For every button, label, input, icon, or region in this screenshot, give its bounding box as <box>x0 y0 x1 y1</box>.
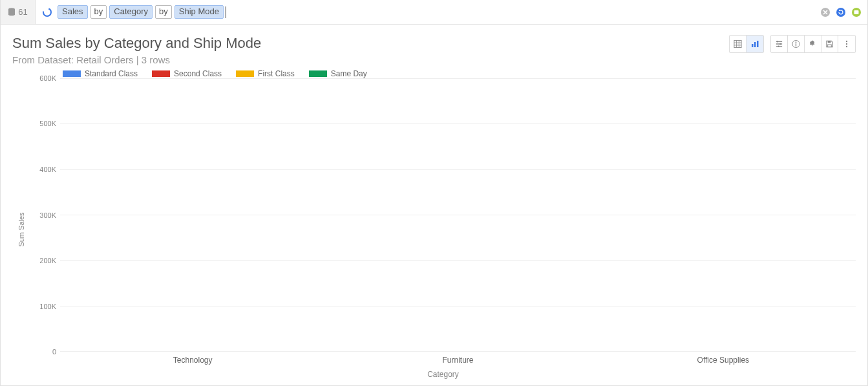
chart-legend: Standard ClassSecond ClassFirst ClassSam… <box>63 69 856 78</box>
grid-line <box>60 215 856 215</box>
x-tick: Office Supplies <box>591 356 856 365</box>
table-icon <box>734 39 742 48</box>
y-tick: 200K <box>39 257 56 264</box>
legend-item[interactable]: Second Class <box>152 69 222 78</box>
chart-toolbar <box>729 35 856 53</box>
legend-swatch <box>309 70 327 77</box>
y-axis-label-wrap: Sum Sales <box>12 78 30 380</box>
y-tick: 500K <box>39 120 56 127</box>
legend-swatch <box>236 70 254 77</box>
svg-rect-5 <box>854 10 859 14</box>
query-tokens: SalesbyCategorybyShip Mode <box>58 5 224 19</box>
query-token[interactable]: Sales <box>58 5 88 19</box>
grid-line <box>60 123 856 124</box>
legend-label: First Class <box>258 69 295 78</box>
x-tick: Technology <box>60 356 325 365</box>
y-axis-label: Sum Sales <box>17 212 25 246</box>
y-tick: 400K <box>39 166 56 173</box>
legend-label: Same Day <box>331 69 367 78</box>
query-token[interactable]: by <box>90 5 107 19</box>
database-icon <box>8 8 16 17</box>
bar-chart-icon <box>750 39 759 48</box>
svg-rect-9 <box>757 41 759 47</box>
svg-point-18 <box>846 41 847 42</box>
svg-rect-16 <box>828 41 831 43</box>
svg-point-11 <box>779 43 781 45</box>
search-spinner-icon <box>41 6 54 19</box>
app-root: 61 SalesbyCategorybyShip Mode <box>0 0 868 386</box>
query-token[interactable]: Ship Mode <box>175 5 224 19</box>
grid-line <box>60 78 856 79</box>
legend-item[interactable]: Same Day <box>309 69 367 78</box>
tool-group <box>770 35 856 53</box>
legend-label: Second Class <box>174 69 222 78</box>
view-mode-group <box>729 35 764 53</box>
chart-subtitle: From Dataset: Retail Orders | 3 rows <box>12 54 261 65</box>
pin-button[interactable] <box>805 36 821 52</box>
svg-rect-15 <box>796 43 796 47</box>
query-actions <box>814 6 867 18</box>
grid-line <box>60 169 856 170</box>
table-view-button[interactable] <box>730 36 746 52</box>
x-axis-ticks: TechnologyFurnitureOffice Supplies <box>60 352 856 365</box>
svg-point-14 <box>796 41 797 43</box>
y-tick: 300K <box>39 211 56 219</box>
more-vertical-icon <box>842 39 851 48</box>
text-caret <box>226 6 226 18</box>
panel-header: Sum Sales by Category and Ship Mode From… <box>12 35 856 65</box>
query-token[interactable]: Category <box>109 5 153 19</box>
plot-column: 0100K200K300K400K500K600K TechnologyFurn… <box>30 78 856 380</box>
dataset-count: 61 <box>18 7 27 17</box>
grid-line <box>60 306 856 306</box>
svg-point-1 <box>43 8 51 16</box>
svg-point-19 <box>846 43 847 45</box>
title-block: Sum Sales by Category and Ship Mode From… <box>12 35 261 65</box>
y-tick: 0 <box>52 348 56 356</box>
svg-rect-6 <box>734 40 741 47</box>
legend-swatch <box>63 70 81 77</box>
y-tick: 100K <box>39 303 56 310</box>
more-button[interactable] <box>838 36 855 52</box>
run-button[interactable] <box>851 6 862 18</box>
pin-icon <box>809 39 817 48</box>
clear-query-button[interactable] <box>820 6 831 18</box>
svg-point-12 <box>778 46 779 47</box>
query-token[interactable]: by <box>155 5 172 19</box>
svg-point-10 <box>777 41 778 42</box>
legend-swatch <box>152 70 170 77</box>
legend-label: Standard Class <box>85 69 138 78</box>
plot-row: 0100K200K300K400K500K600K <box>30 78 856 352</box>
chart-area: Sum Sales 0100K200K300K400K500K600K Tech… <box>12 78 856 380</box>
svg-rect-7 <box>752 44 754 47</box>
result-panel: Sum Sales by Category and Ship Mode From… <box>1 25 867 385</box>
y-axis-ticks: 0100K200K300K400K500K600K <box>30 78 60 352</box>
refresh-button[interactable] <box>835 6 847 18</box>
settings-button[interactable] <box>771 36 788 52</box>
dataset-count-badge[interactable]: 61 <box>1 0 36 24</box>
legend-item[interactable]: First Class <box>236 69 295 78</box>
x-tick: Furniture <box>325 356 590 365</box>
info-button[interactable] <box>788 36 805 52</box>
chart-view-button[interactable] <box>746 36 763 52</box>
save-icon <box>825 39 834 48</box>
plot-area[interactable] <box>60 78 856 352</box>
legend-item[interactable]: Standard Class <box>63 69 138 78</box>
query-bar: 61 SalesbyCategorybyShip Mode <box>1 0 867 25</box>
save-button[interactable] <box>821 36 838 52</box>
x-axis-label: Category <box>30 370 856 379</box>
grid-line <box>60 260 856 261</box>
chart-title: Sum Sales by Category and Ship Mode <box>12 35 261 52</box>
svg-point-20 <box>846 46 847 47</box>
grid-line <box>60 351 856 352</box>
list-settings-icon <box>775 39 783 48</box>
y-tick: 600K <box>39 74 56 82</box>
query-input[interactable]: SalesbyCategorybyShip Mode <box>36 0 814 24</box>
svg-rect-8 <box>754 42 756 47</box>
info-icon <box>792 39 800 48</box>
svg-point-3 <box>836 8 845 17</box>
